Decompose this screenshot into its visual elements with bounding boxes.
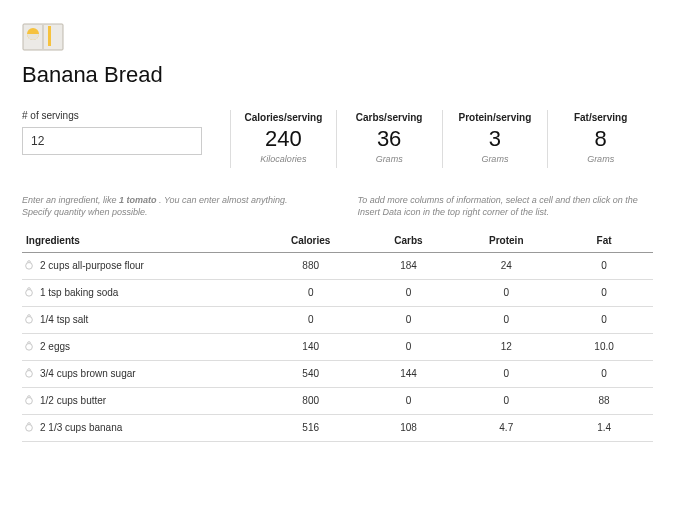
stat-unit: Kilocalories [235,154,332,164]
cell-protein[interactable]: 0 [457,279,555,306]
col-header-ingredients[interactable]: Ingredients [22,229,262,253]
summary-row: # of servings Calories/serving 240 Kiloc… [22,110,653,168]
svg-point-4 [26,289,33,296]
stat-unit: Grams [341,154,438,164]
cell-carbs[interactable]: 0 [360,279,458,306]
food-icon [24,422,34,434]
cell-fat[interactable]: 10.0 [555,333,653,360]
cell-carbs[interactable]: 144 [360,360,458,387]
cell-calories[interactable]: 880 [262,252,360,279]
cell-protein[interactable]: 0 [457,306,555,333]
cell-fat[interactable]: 0 [555,252,653,279]
svg-point-9 [26,424,33,431]
food-icon [24,341,34,353]
recipe-title: Banana Bread [22,62,653,88]
cell-protein[interactable]: 4.7 [457,414,555,441]
col-header-calories[interactable]: Calories [262,229,360,253]
svg-point-3 [26,262,33,269]
cell-carbs[interactable]: 0 [360,387,458,414]
cell-fat[interactable]: 0 [555,279,653,306]
stat-label: Fat/serving [552,112,649,123]
stat-value: 3 [447,125,544,154]
table-row[interactable]: 2 cups all-purpose flour880184240 [22,252,653,279]
food-icon [24,260,34,272]
cell-protein[interactable]: 0 [457,387,555,414]
table-row[interactable]: 1/2 cups butter8000088 [22,387,653,414]
recipe-book-icon [22,18,653,62]
ingredient-name: 1 tsp baking soda [40,287,118,298]
svg-point-8 [26,397,33,404]
cell-fat[interactable]: 88 [555,387,653,414]
cell-fat[interactable]: 1.4 [555,414,653,441]
table-row[interactable]: 1 tsp baking soda0000 [22,279,653,306]
ingredient-name: 2 eggs [40,341,70,352]
table-row[interactable]: 3/4 cups brown sugar54014400 [22,360,653,387]
stat-value: 8 [552,125,649,154]
table-header-row: Ingredients Calories Carbs Protein Fat [22,229,653,253]
stat-label: Carbs/serving [341,112,438,123]
cell-calories[interactable]: 0 [262,279,360,306]
cell-fat[interactable]: 0 [555,360,653,387]
servings-input[interactable] [22,127,202,155]
stat-value: 240 [235,125,332,154]
ingredient-name: 3/4 cups brown sugar [40,368,136,379]
cell-protein[interactable]: 24 [457,252,555,279]
cell-carbs[interactable]: 184 [360,252,458,279]
ingredients-table[interactable]: Ingredients Calories Carbs Protein Fat 2… [22,229,653,442]
col-header-fat[interactable]: Fat [555,229,653,253]
stat-label: Protein/serving [447,112,544,123]
stat-carbs: Carbs/serving 36 Grams [336,110,442,168]
col-header-carbs[interactable]: Carbs [360,229,458,253]
cell-fat[interactable]: 0 [555,306,653,333]
servings-block: # of servings [22,110,202,155]
ingredient-name: 1/4 tsp salt [40,314,88,325]
stat-fat: Fat/serving 8 Grams [547,110,653,168]
servings-label: # of servings [22,110,202,121]
svg-point-6 [26,343,33,350]
cell-calories[interactable]: 800 [262,387,360,414]
table-row[interactable]: 2 1/3 cups banana5161084.71.4 [22,414,653,441]
cell-carbs[interactable]: 0 [360,306,458,333]
cell-protein[interactable]: 0 [457,360,555,387]
stat-protein: Protein/serving 3 Grams [442,110,548,168]
stat-unit: Grams [447,154,544,164]
nutrition-stats: Calories/serving 240 Kilocalories Carbs/… [230,110,653,168]
cell-calories[interactable]: 140 [262,333,360,360]
svg-rect-2 [48,26,51,46]
stat-unit: Grams [552,154,649,164]
svg-point-7 [26,370,33,377]
cell-calories[interactable]: 540 [262,360,360,387]
table-row[interactable]: 1/4 tsp salt0000 [22,306,653,333]
stat-calories: Calories/serving 240 Kilocalories [230,110,336,168]
svg-point-5 [26,316,33,323]
ingredient-name: 2 cups all-purpose flour [40,260,144,271]
cell-protein[interactable]: 12 [457,333,555,360]
food-icon [24,287,34,299]
hint-right: To add more columns of information, sele… [358,194,654,219]
stat-label: Calories/serving [235,112,332,123]
food-icon [24,314,34,326]
food-icon [24,395,34,407]
cell-carbs[interactable]: 0 [360,333,458,360]
food-icon [24,368,34,380]
table-row[interactable]: 2 eggs14001210.0 [22,333,653,360]
cell-calories[interactable]: 0 [262,306,360,333]
hint-left: Enter an ingredient, like 1 tomato . You… [22,194,318,219]
stat-value: 36 [341,125,438,154]
ingredient-name: 2 1/3 cups banana [40,422,122,433]
col-header-protein[interactable]: Protein [457,229,555,253]
cell-calories[interactable]: 516 [262,414,360,441]
cell-carbs[interactable]: 108 [360,414,458,441]
hints-row: Enter an ingredient, like 1 tomato . You… [22,194,653,219]
ingredient-name: 1/2 cups butter [40,395,106,406]
